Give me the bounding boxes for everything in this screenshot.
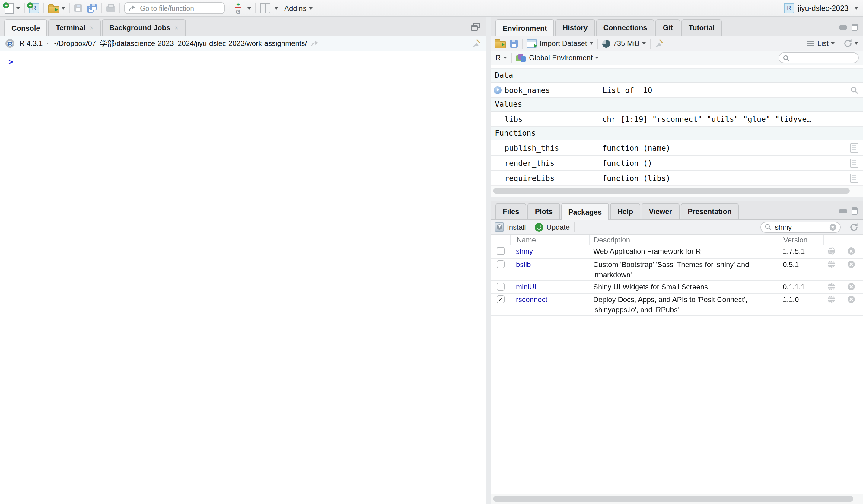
share-arrow-icon[interactable] <box>311 40 318 47</box>
env-row-book-names[interactable]: book_names List of 10 <box>491 82 863 98</box>
close-icon[interactable]: × <box>175 24 179 31</box>
tab-terminal[interactable]: Terminal × <box>49 19 101 36</box>
goto-file-search[interactable] <box>124 2 225 14</box>
env-row-libs[interactable]: libs chr [1:19] "rsconnect" "utils" "glu… <box>491 112 863 127</box>
tab-console[interactable]: Console <box>4 19 47 36</box>
browse-package-icon[interactable] <box>827 247 835 255</box>
version-control-button[interactable]: +G <box>234 2 251 14</box>
addins-button[interactable]: Addins <box>284 4 312 12</box>
chevron-down-icon <box>831 42 835 44</box>
package-checkbox[interactable] <box>497 260 504 268</box>
print-button[interactable] <box>106 4 115 12</box>
env-row-publish-this[interactable]: publish_this function (name) <box>491 141 863 156</box>
package-name-link[interactable]: bslib <box>510 260 589 269</box>
minimize-pane-icon[interactable] <box>839 25 847 29</box>
tab-files[interactable]: Files <box>496 203 527 219</box>
import-dataset-icon <box>527 39 537 48</box>
close-icon[interactable]: × <box>90 24 93 31</box>
packages-pane: Files Plots Packages Help Viewer Present… <box>491 201 863 504</box>
view-object-icon[interactable] <box>850 86 858 94</box>
maximize-pane-icon[interactable] <box>852 207 858 215</box>
object-name[interactable]: book_names <box>504 85 550 94</box>
clear-search-icon[interactable] <box>829 223 836 231</box>
goto-arrow-icon <box>128 4 136 12</box>
list-view-button[interactable]: List <box>808 39 835 48</box>
package-checkbox[interactable] <box>497 283 504 290</box>
view-function-icon[interactable] <box>850 158 858 167</box>
new-project-icon: R+ <box>29 3 39 13</box>
package-checkbox[interactable] <box>497 247 504 255</box>
open-file-button[interactable] <box>48 3 65 13</box>
object-value: function (name) <box>596 141 845 155</box>
tab-tutorial[interactable]: Tutorial <box>681 19 722 36</box>
environment-search[interactable] <box>778 52 859 63</box>
save-button[interactable] <box>74 4 82 12</box>
chevron-down-icon <box>275 7 278 9</box>
remove-package-icon[interactable] <box>847 295 855 303</box>
name-column-header[interactable]: Name <box>510 234 589 245</box>
package-checkbox[interactable]: ✓ <box>497 295 504 303</box>
tab-plots[interactable]: Plots <box>528 203 560 219</box>
memory-usage-button[interactable]: 735 MiB <box>602 39 646 48</box>
clear-console-button[interactable] <box>472 39 480 48</box>
remove-package-icon[interactable] <box>847 283 855 290</box>
browse-package-icon[interactable] <box>827 260 835 268</box>
tab-history[interactable]: History <box>555 19 595 36</box>
view-function-icon[interactable] <box>850 143 858 152</box>
version-column-header[interactable]: Version <box>777 234 823 245</box>
goto-file-input[interactable] <box>139 4 220 12</box>
tab-git[interactable]: Git <box>656 19 680 36</box>
view-function-icon[interactable] <box>850 173 858 182</box>
tab-presentation[interactable]: Presentation <box>680 203 739 219</box>
package-name-link[interactable]: shiny <box>510 247 589 256</box>
environment-search-input[interactable] <box>792 53 845 63</box>
browse-package-icon[interactable] <box>827 295 835 303</box>
package-name-link[interactable]: rsconnect <box>510 295 589 304</box>
language-selector[interactable]: R <box>496 54 506 62</box>
browse-package-icon[interactable] <box>827 283 835 290</box>
expand-icon[interactable] <box>494 86 501 94</box>
load-workspace-icon[interactable] <box>495 41 506 48</box>
refresh-packages-button[interactable] <box>850 223 858 231</box>
env-row-render-this[interactable]: render_this function () <box>491 156 863 171</box>
install-button[interactable]: Install <box>495 222 526 232</box>
object-value: List of 10 <box>596 82 845 97</box>
scope-selector[interactable]: Global Environment <box>516 53 599 62</box>
tab-help[interactable]: Help <box>610 203 640 219</box>
toolbar-separator <box>24 3 25 13</box>
tab-connections[interactable]: Connections <box>596 19 654 36</box>
maximize-pane-icon[interactable] <box>852 24 858 31</box>
tab-viewer[interactable]: Viewer <box>641 203 679 219</box>
console-output[interactable]: > <box>0 51 486 504</box>
clear-environment-button[interactable] <box>654 39 663 48</box>
packages-search-input[interactable] <box>774 222 827 232</box>
remove-package-icon[interactable] <box>847 260 855 268</box>
refresh-environment-button[interactable] <box>844 39 858 48</box>
project-selector[interactable]: R jiyu-dslec-2023 <box>784 3 858 13</box>
scrollbar-thumb[interactable] <box>493 188 850 194</box>
tab-background-jobs[interactable]: Background Jobs × <box>102 19 186 36</box>
packages-search[interactable] <box>760 222 841 232</box>
minimize-pane-icon[interactable] <box>839 209 847 213</box>
remove-package-icon[interactable] <box>847 247 855 255</box>
tab-environment[interactable]: Environment <box>496 19 554 36</box>
package-description: Custom 'Bootstrap' 'Sass' Themes for 'sh… <box>593 260 758 280</box>
description-column-header[interactable]: Description <box>589 234 777 245</box>
import-dataset-button[interactable]: Import Dataset <box>527 39 593 48</box>
env-row-requirelibs[interactable]: requireLibs function (libs) <box>491 171 863 185</box>
environment-tabstrip: Environment History Connections Git Tuto… <box>491 17 863 36</box>
environment-toolbar: Import Dataset 735 MiB List <box>491 36 863 51</box>
package-name-link[interactable]: miniUI <box>510 282 589 291</box>
maximize-pane-icon[interactable] <box>471 23 480 31</box>
version-control-icon: +G <box>234 2 242 14</box>
separator-dot: · <box>46 39 49 48</box>
tab-packages[interactable]: Packages <box>561 203 609 220</box>
packages-table-header: Name Description Version <box>491 234 863 245</box>
workspace-panes-button[interactable] <box>260 3 278 13</box>
update-button[interactable]: Update <box>535 223 570 231</box>
new-file-button[interactable]: + <box>5 3 20 14</box>
scrollbar-thumb[interactable] <box>493 496 853 502</box>
new-project-button[interactable]: R+ <box>29 3 39 13</box>
save-all-button[interactable] <box>87 3 97 13</box>
save-workspace-icon[interactable] <box>510 39 518 47</box>
